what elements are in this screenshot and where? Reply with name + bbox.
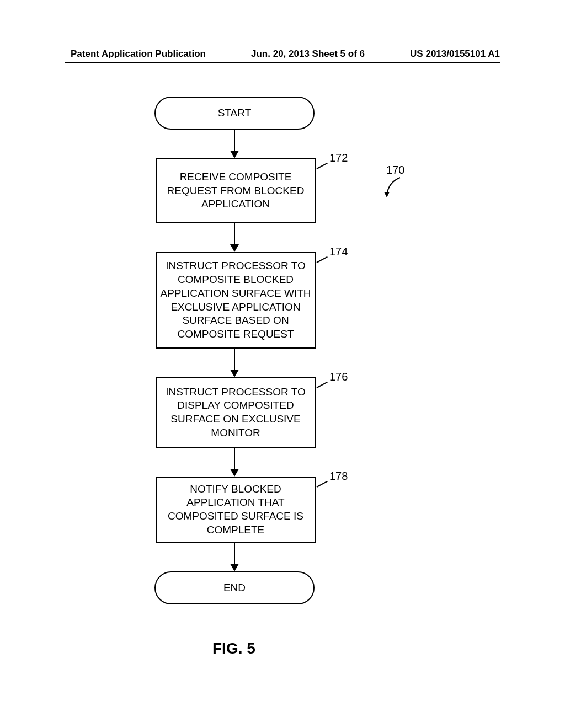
process-step-172-text: RECEIVE COMPOSITE REQUEST FROM BLOCKED A… <box>160 170 311 211</box>
arrow-head-icon <box>230 244 239 252</box>
figure-label: FIG. 5 <box>212 640 255 657</box>
arrow-line <box>234 223 235 245</box>
ref-leader-178 <box>317 481 328 488</box>
arrow-line <box>234 448 235 470</box>
arrow-line <box>234 349 235 371</box>
ref-label-172: 172 <box>329 152 348 164</box>
arrow-head-icon <box>230 151 239 158</box>
terminator-end-label: END <box>223 582 246 594</box>
process-step-178-text: NOTIFY BLOCKED APPLICATION THAT COMPOSIT… <box>160 483 311 537</box>
patent-header: Patent Application Publication Jun. 20, … <box>0 49 565 60</box>
ref-leader-174 <box>317 256 328 263</box>
terminator-start-label: START <box>218 107 252 119</box>
arrow-line <box>234 130 235 152</box>
ref-hook-170 <box>383 176 406 199</box>
header-pub-number: US 2013/0155101 A1 <box>410 49 500 60</box>
process-step-172: RECEIVE COMPOSITE REQUEST FROM BLOCKED A… <box>156 158 316 223</box>
process-step-178: NOTIFY BLOCKED APPLICATION THAT COMPOSIT… <box>156 477 316 543</box>
ref-leader-176 <box>317 382 328 388</box>
arrow-line <box>234 543 235 565</box>
ref-label-176: 176 <box>329 371 348 383</box>
ref-label-174: 174 <box>329 245 348 258</box>
ref-label-170: 170 <box>386 164 404 176</box>
ref-leader-172 <box>317 163 328 169</box>
arrow-head-icon <box>230 469 239 477</box>
process-step-174: INSTRUCT PROCESSOR TO COMPOSITE BLOCKED … <box>156 252 316 349</box>
arrow-head-icon <box>230 564 239 571</box>
terminator-end: END <box>154 571 315 604</box>
ref-label-178: 178 <box>329 470 348 483</box>
header-date-sheet: Jun. 20, 2013 Sheet 5 of 6 <box>251 49 365 60</box>
process-step-174-text: INSTRUCT PROCESSOR TO COMPOSITE BLOCKED … <box>160 259 311 341</box>
svg-marker-0 <box>384 192 390 197</box>
arrow-head-icon <box>230 370 239 377</box>
process-step-176-text: INSTRUCT PROCESSOR TO DISPLAY COMPOSITED… <box>160 386 311 440</box>
process-step-176: INSTRUCT PROCESSOR TO DISPLAY COMPOSITED… <box>156 377 316 448</box>
header-publication: Patent Application Publication <box>71 49 206 60</box>
flowchart-diagram: START RECEIVE COMPOSITE REQUEST FROM BLO… <box>0 97 565 659</box>
header-divider <box>65 62 500 63</box>
terminator-start: START <box>154 97 315 130</box>
